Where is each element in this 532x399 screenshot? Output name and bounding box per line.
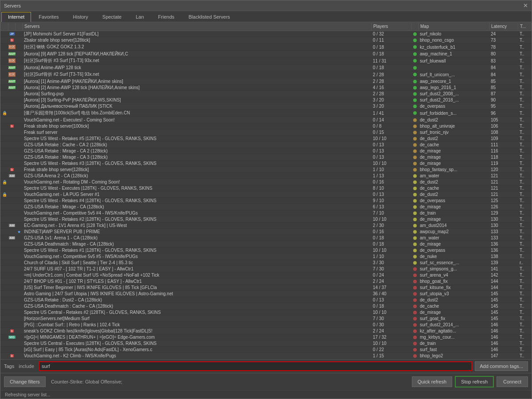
map-name: bhop_alt_univraje [419,123,489,129]
table-row[interactable]: AM GZS-USA 1v1: Arena 1 - CA (128tick) 0… [0,235,532,241]
change-filters-button[interactable]: Change filters [4,376,46,387]
table-row[interactable]: MG =[pG]=| MINIGAMES | DEATHRUN+ | =[eGO… [0,334,532,340]
table-row[interactable]: GZS-USA Retake : Dust2 - CA (128tick) 0 … [0,297,532,303]
table-row[interactable]: b Freak strafe bhop server[100tick] 0 / … [0,123,532,129]
table-row[interactable]: [Aurora] Surfing-pvp 2 / 28 surf_dust2_2… [0,91,532,97]
player-count: 0 / 22 [372,347,411,352]
server-list[interactable]: JP [JP] Mohimohi Surf Server #1[FastDL] … [0,31,532,359]
table-row[interactable]: Astro Gaming | 24/7 Surf Utopia | IWS IK… [0,291,532,297]
table-row[interactable]: AWP [Aurora] [2] Anime-AWP 128 tick [НАК… [0,85,532,91]
lock-cell [0,37,8,43]
table-row[interactable]: VouchGaming.net - Executes! - Coming Soo… [0,117,532,123]
table-row[interactable]: ★ INDINET|AWP SERVER PUB | PRIME 0 / 16 … [0,229,532,235]
col-lock[interactable] [0,23,8,30]
table-row[interactable]: Spectre US West - Retakes #5 |128TK| - G… [0,136,532,142]
table-row[interactable]: 社区 [社区] 钢铁 GOKZ GOKZ 1.3.2 0 / 18 kz_clu… [0,43,532,51]
table-row[interactable]: [US] Surf Timer Beginner | IWS IKNIFE IG… [0,285,532,291]
table-row[interactable]: VouchGaming.net - Competitive 5v5 #4 - I… [0,210,532,216]
table-row[interactable]: b Zbalor strafe bhop server[128tick] 0 /… [0,37,532,43]
table-row[interactable]: AM EC-Gaming.net - 1V1 Arena #1 [128 Tic… [0,223,532,229]
col-players[interactable]: Players [372,23,411,30]
table-row[interactable]: JP [JP] Mohimohi Surf Server #1[FastDL] … [0,31,532,37]
tab-internet[interactable]: Internet [1,12,31,22]
table-row[interactable]: b Freak strafe bhop server[128tick] 1 / … [0,167,532,173]
table-row[interactable]: b VouchGaming.net - K2 Climb - IWS/Knife… [0,353,532,359]
table-row[interactable]: b sneak's GOKZ Climb Iws|Iknife|Igloves|… [0,328,532,334]
lock-cell [0,71,8,78]
table-row[interactable]: Spectre US West - Retakes #3 |128TK| - G… [0,160,532,167]
quick-refresh-button[interactable]: Quick refresh [412,376,452,387]
table-row[interactable]: GZS-USA Retake : Mirage - CA 3 (128tick)… [0,154,532,160]
table-row[interactable]: Freak surf server 0 / 15 surf_tronic_njv… [0,129,532,136]
table-row[interactable]: [HorizonServers.net]Medium Surf 7 / 30 s… [0,316,532,322]
table-row[interactable]: Spectre US Central - Retakes #2 |128TK| … [0,309,532,316]
t-value: T.. [518,97,532,103]
tags-input[interactable] [39,361,472,371]
stop-refresh-button[interactable]: Stop refresh [455,376,494,387]
tab-friends[interactable]: Friends [152,12,181,22]
table-row[interactable]: 社区 [社区]Surf骨折 #3 Surf [T1-T3] 93x.net 11… [0,57,532,65]
ping-indicator [411,51,419,57]
table-row[interactable]: [Aurora] [3] Surfing-PvP [НАКЛЕЙКИ,WS,SK… [0,97,532,103]
tab-blacklisted[interactable]: Blacklisted Servers [182,12,237,22]
lock-cell [0,43,8,51]
table-row[interactable]: Church of Citadis | Skill Surf | Seattle… [0,260,532,266]
table-row[interactable]: 24/7 SURF US #07 - [ 102 TR | T1-2 | EAS… [0,266,532,272]
table-row[interactable]: Spectre US Central - Executes |128TK| - … [0,340,532,347]
table-row[interactable]: 24/7 BHOP US #01 - [ 102 TR | STYLES | E… [0,278,532,285]
ping-indicator [411,347,419,352]
server-name: Spectre US West - Retakes #5 |128TK| - G… [23,136,372,141]
add-tags-button[interactable]: Add common tags... [475,361,528,371]
server-name: Spectre US West - Retakes #4 |128TK| - G… [23,198,372,203]
lock-cell [0,266,8,272]
table-row[interactable]: Spectre US West - Retakes #1 |128TK| - G… [0,247,532,254]
latency-value: 109 [489,136,518,141]
special-cell: ★ [16,229,23,235]
col-pingdot[interactable] [411,23,419,30]
table-row[interactable]: GZS-USA Deathmatch : Mirage - CA (128tic… [0,241,532,247]
table-row[interactable]: [Aurora] Дальневосточный ПАБЛИК [STICK 3… [0,103,532,110]
table-row[interactable]: VouchGaming.net - Competitive 5v5 #5 - I… [0,254,532,260]
table-row[interactable]: Spectre US West - Retakes #2 |128TK| - G… [0,216,532,223]
col-icon2[interactable] [16,23,23,30]
col-map[interactable]: Map [419,23,489,30]
table-row[interactable]: 🔒 [僵尸乐园]滑翔 [100tick|Surf] 电信 bbs.ZombiEd… [0,110,532,117]
player-count: 0 / 16 [372,179,411,185]
table-row[interactable]: AWP [Aurora] [9] AWP 128 tick [ПЕРЧАТКИ,… [0,51,532,57]
table-row[interactable]: 社区 [社区]Surf骨折 #2 Surf [T3-T6] 93x.net 2 … [0,71,532,78]
server-type-badge: b [10,125,14,128]
table-row[interactable]: Spectre US West - Executes |128TK| - GLO… [0,185,532,192]
table-row[interactable]: 🔒 VouchGaming.net - LA PUG Server #1 0 /… [0,192,532,198]
table-row[interactable]: AWP [Aurora] Anime-AWP 128 tick 0 / 18 8… [0,65,532,71]
col-t[interactable]: T... [518,23,532,30]
table-row[interactable]: Spectre US West - Retakes #4 |128TK| - G… [0,198,532,204]
lock-cell [0,328,8,334]
tab-history[interactable]: History [66,12,95,22]
col-latency[interactable]: Latency [489,23,518,30]
latency-value: 126 [489,204,518,210]
table-row[interactable]: AWP [Aurora] [1] Anime-AWP [НАКЛЕЙКИ,Ani… [0,78,532,85]
col-servers[interactable]: Servers [23,23,372,30]
player-count: 7 / 30 [372,266,411,272]
tab-spectate[interactable]: Spectate [96,12,128,22]
close-button[interactable]: ✕ [523,3,528,8]
table-row[interactable]: 🔒 VouchGaming.net - Rotating DM - Coming… [0,179,532,185]
server-name: sneak's GOKZ Climb Iws|Iknife|Igloves|Gl… [23,328,372,334]
map-name: de_mirage [419,160,489,166]
connect-button[interactable]: Connect [497,376,528,387]
table-row[interactable]: [xG] Surf | Easy | 85 Tick [Auras|No Ads… [0,347,532,353]
tab-lan[interactable]: Lan [129,12,150,22]
table-row[interactable]: GZS-USA Deathmatch : Cache - CA (128tick… [0,303,532,309]
table-row[interactable]: [PrG] ::Combat Surf:: | Retro | Ranks | … [0,322,532,328]
server-name: [Aurora] [3] Surfing-PvP [НАКЛЕЙКИ,WS,SK… [23,97,372,103]
table-row[interactable]: GZS-USA Retake : Cache - CA 2 (128tick) … [0,142,532,148]
lock-cell [0,285,8,290]
table-row[interactable]: =m| UnderCtr1.com | Combat Surf US +NoSp… [0,272,532,278]
type-cell [8,210,16,216]
col-icon1[interactable] [8,23,16,30]
tab-favorites[interactable]: Favorites [32,12,65,22]
table-row[interactable]: GZS-USA Retake : Mirage - CA 2 (128tick)… [0,148,532,154]
lock-cell: 🔒 [0,179,8,185]
table-row[interactable]: GZS-USA Retake : Mirage - CA (128tick) 6… [0,204,532,210]
table-row[interactable]: AM GZS-USA Arena 2 - CA (128tick) 1 / 13… [0,173,532,179]
